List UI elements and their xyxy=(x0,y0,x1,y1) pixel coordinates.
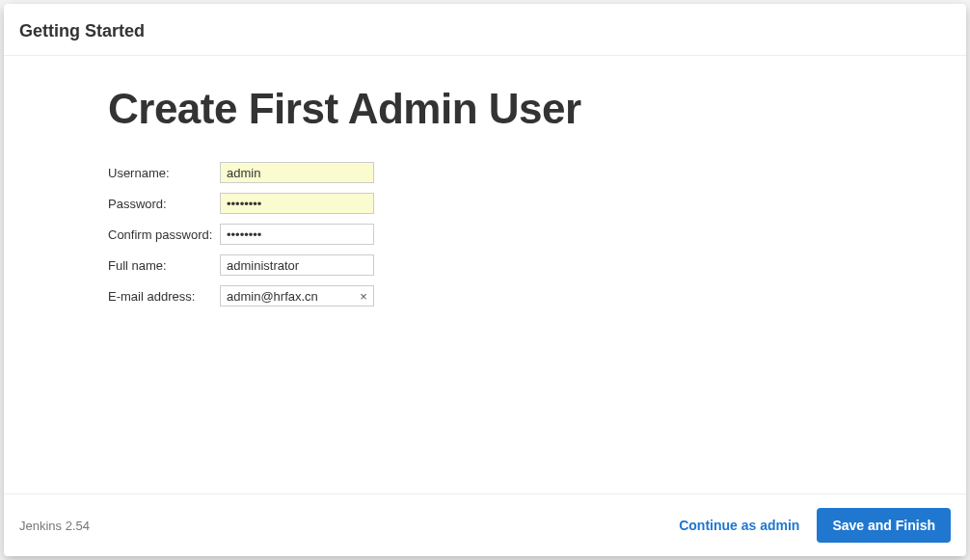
modal-title: Getting Started xyxy=(19,21,951,41)
row-password: Password: xyxy=(108,193,947,214)
row-fullname: Full name: xyxy=(108,254,947,276)
label-confirm-password: Confirm password: xyxy=(108,227,220,242)
confirm-password-input[interactable] xyxy=(220,224,374,245)
password-input[interactable] xyxy=(220,193,374,214)
continue-as-admin-button[interactable]: Continue as admin xyxy=(679,518,799,533)
username-input[interactable] xyxy=(220,162,374,183)
modal-footer: Jenkins 2.54 Continue as admin Save and … xyxy=(4,493,966,556)
row-username: Username: xyxy=(108,162,947,183)
label-username: Username: xyxy=(108,166,220,180)
label-password: Password: xyxy=(108,197,220,211)
modal-body: Create First Admin User Username: Passwo… xyxy=(4,56,966,493)
save-and-finish-button[interactable]: Save and Finish xyxy=(817,508,951,543)
fullname-input[interactable] xyxy=(220,254,374,276)
email-input[interactable] xyxy=(220,285,374,307)
label-fullname: Full name: xyxy=(108,258,220,273)
clear-icon[interactable]: × xyxy=(357,289,370,303)
modal-header: Getting Started xyxy=(4,4,966,56)
getting-started-modal: Getting Started Create First Admin User … xyxy=(4,4,966,556)
page-title: Create First Admin User xyxy=(108,85,947,133)
footer-actions: Continue as admin Save and Finish xyxy=(679,508,951,543)
row-confirm-password: Confirm password: xyxy=(108,224,947,245)
label-email: E-mail address: xyxy=(108,289,220,304)
version-label: Jenkins 2.54 xyxy=(19,519,90,533)
row-email: E-mail address: × xyxy=(108,285,947,307)
